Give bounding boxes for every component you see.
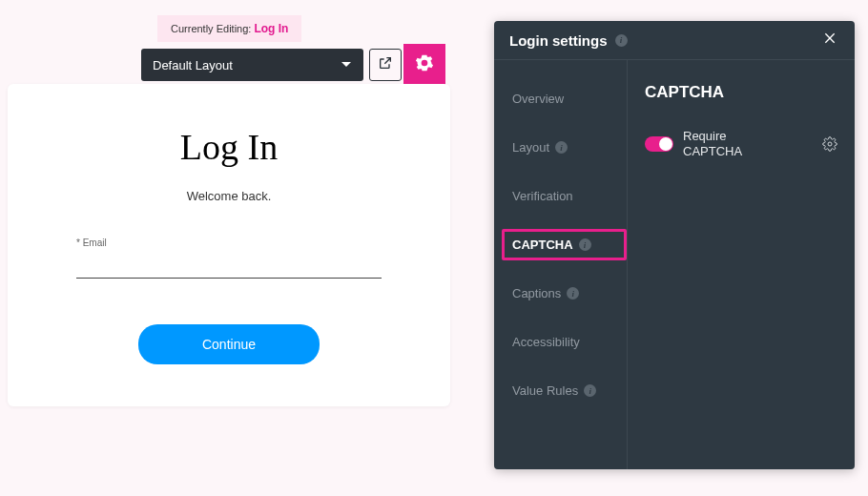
info-icon[interactable]: i	[584, 384, 596, 397]
open-external-button[interactable]	[369, 49, 402, 81]
login-form-preview: Log In Welcome back. * Email Continue	[8, 84, 450, 406]
close-button[interactable]	[820, 31, 839, 50]
nav-item-captions[interactable]: Captions i	[502, 278, 627, 309]
captcha-settings-button[interactable]	[822, 136, 837, 152]
continue-button[interactable]: Continue	[138, 324, 320, 364]
panel-title: Login settings i	[509, 32, 628, 49]
info-icon[interactable]: i	[555, 141, 568, 154]
nav-item-accessibility[interactable]: Accessibility	[502, 326, 627, 358]
currently-editing-name: Log In	[254, 22, 288, 35]
form-title: Log In	[180, 126, 278, 168]
section-title: CAPTCHA	[645, 83, 837, 102]
svg-point-0	[828, 142, 832, 146]
email-label: * Email	[76, 238, 382, 248]
require-captcha-toggle[interactable]	[645, 136, 673, 152]
nav-item-value-rules[interactable]: Value Rules i	[502, 375, 627, 406]
require-captcha-label: Require CAPTCHA	[683, 129, 778, 158]
info-icon[interactable]: i	[579, 238, 591, 251]
nav-item-layout[interactable]: Layout i	[502, 132, 627, 163]
panel-header: Login settings i	[494, 21, 855, 60]
gear-icon	[415, 53, 434, 76]
require-captcha-row: Require CAPTCHA	[645, 129, 837, 158]
gear-icon	[822, 138, 837, 155]
layout-select[interactable]: Default Layout	[141, 49, 363, 81]
panel-content: CAPTCHA Require CAPTCHA	[628, 60, 855, 469]
close-icon	[822, 31, 837, 50]
panel-body: Overview Layout i Verification CAPTCHA i…	[494, 60, 855, 469]
layout-select-label: Default Layout	[153, 58, 233, 72]
panel-nav: Overview Layout i Verification CAPTCHA i…	[494, 60, 628, 469]
nav-item-verification[interactable]: Verification	[502, 180, 627, 212]
editor-toolbar: Default Layout	[141, 48, 467, 82]
open-external-icon	[378, 55, 393, 74]
email-field[interactable]	[76, 248, 382, 279]
editor-area: Currently Editing: Log In Default Layout…	[0, 0, 467, 82]
info-icon[interactable]: i	[615, 34, 628, 47]
login-settings-panel: Login settings i Overview Layout i Verif…	[494, 21, 855, 469]
info-icon[interactable]: i	[567, 287, 579, 300]
nav-item-overview[interactable]: Overview	[502, 83, 627, 114]
currently-editing-badge: Currently Editing: Log In	[157, 15, 301, 42]
form-subtitle: Welcome back.	[187, 189, 272, 203]
email-field-group: * Email	[76, 238, 382, 279]
setting-left: Require CAPTCHA	[645, 129, 778, 158]
settings-button[interactable]	[407, 48, 442, 82]
currently-editing-prefix: Currently Editing:	[171, 23, 251, 34]
panel-title-text: Login settings	[509, 32, 608, 49]
chevron-down-icon	[341, 58, 352, 72]
nav-item-captcha[interactable]: CAPTCHA i	[502, 229, 627, 260]
